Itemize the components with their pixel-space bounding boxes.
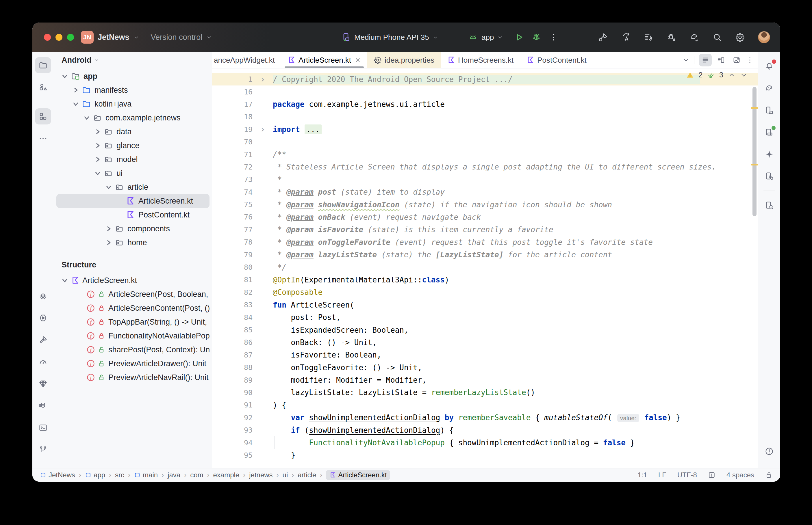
tree-item-glance[interactable]: glance [56, 139, 209, 152]
breadcrumb-item-src[interactable]: src [115, 471, 124, 479]
code-line-89[interactable]: 89 modifier: Modifier = Modifier, [212, 374, 758, 386]
code-line-1[interactable]: 1›/ Copyright 2020 The Android Open Sour… [212, 73, 758, 86]
gradle-icon[interactable] [761, 80, 777, 96]
code-line-83[interactable]: 83fun ArticleScreen( [212, 299, 758, 311]
run-configuration-selector[interactable]: app [482, 33, 494, 42]
chevron-right-icon[interactable] [94, 142, 101, 149]
tree-item-com-example-jetnews[interactable]: com.example.jetnews [56, 111, 209, 125]
more-tool-windows-icon[interactable] [35, 130, 51, 146]
code-line-81[interactable]: 81@OptIn(ExperimentalMaterial3Api::class… [212, 273, 758, 286]
tab-articlescreen-kt[interactable]: ArticleScreen.kt [281, 52, 367, 68]
device-selector[interactable]: Medium Phone API 35 [354, 33, 429, 42]
breadcrumb-item-article[interactable]: article [298, 471, 316, 479]
code-line-76[interactable]: 76 * @param onBack (event) request navig… [212, 211, 758, 223]
user-avatar[interactable] [758, 31, 770, 43]
version-control-icon[interactable] [35, 441, 51, 458]
debug-button[interactable] [531, 32, 541, 42]
tree-item-model[interactable]: model [56, 152, 209, 166]
code-line-16[interactable]: 16 [212, 86, 758, 98]
code-line-19[interactable]: 19›import ... [212, 123, 758, 136]
code-line-95[interactable]: 95 } [212, 449, 758, 462]
more-actions-kebab-icon[interactable] [549, 32, 559, 42]
indent-size[interactable]: 4 spaces [726, 471, 754, 479]
next-problem-chevron-icon[interactable] [740, 71, 748, 79]
breadcrumb-item-java[interactable]: java [167, 471, 180, 479]
chevron-right-icon[interactable] [72, 86, 79, 94]
device-manager-icon[interactable] [761, 124, 777, 140]
chevron-right-icon[interactable] [105, 253, 113, 253]
preview-button[interactable] [730, 54, 743, 66]
vcs-widget[interactable]: Version control [151, 33, 203, 42]
tree-item-components[interactable]: components [56, 222, 209, 236]
code-line-90[interactable]: 90 lazyListState: LazyListState = rememb… [212, 386, 758, 399]
notifications-bell-icon[interactable] [761, 58, 777, 75]
structure-tool-icon[interactable] [35, 108, 51, 124]
close-window-button[interactable] [44, 34, 51, 41]
build-tool-icon[interactable] [35, 332, 51, 348]
code-line-73[interactable]: 73 * [212, 173, 758, 186]
tree-item-home[interactable]: home [56, 236, 209, 250]
scrollbar-warning-mark[interactable] [751, 107, 758, 109]
code-editor[interactable]: 1›/ Copyright 2020 The Android Open Sour… [212, 69, 758, 468]
prev-problem-chevron-icon[interactable] [728, 71, 735, 79]
profiler-icon[interactable] [35, 354, 51, 370]
editor-scrollbar[interactable] [752, 87, 756, 216]
code-line-94[interactable]: 94 FunctionalityNotAvailablePopup { show… [212, 436, 758, 449]
tab-homescreens-kt[interactable]: HomeScreens.kt [441, 52, 520, 68]
code-line-86[interactable]: 86 onBack: () -> Unit, [212, 336, 758, 348]
minimize-window-button[interactable] [56, 34, 62, 41]
split-editor-button[interactable] [714, 54, 727, 66]
run-tool-icon[interactable] [35, 310, 51, 326]
chevron-right-icon[interactable] [94, 128, 101, 135]
fold-chevron-icon[interactable]: › [256, 125, 269, 134]
inspections-widget[interactable]: 2 3 [686, 71, 748, 79]
code-line-75[interactable]: 75 * @param showNavigationIcon (state) i… [212, 198, 758, 211]
build-hammer-icon[interactable] [598, 32, 608, 42]
tree-item-ui[interactable]: ui [56, 166, 209, 180]
structure-file-row[interactable]: ArticleScreen.kt [56, 273, 209, 287]
gradle-sync-icon[interactable] [690, 32, 699, 42]
list-view-button[interactable] [699, 54, 712, 66]
app-inspection-icon[interactable] [35, 376, 51, 392]
chevron-down-icon[interactable] [61, 277, 69, 284]
breadcrumb-item-app[interactable]: app [85, 471, 105, 479]
code-line-84[interactable]: 84 post: Post, [212, 311, 758, 324]
close-icon[interactable] [355, 57, 361, 63]
structure-item[interactable]: fTopAppBar(String, () -> Unit, [56, 315, 209, 329]
structure-item[interactable]: fPreviewArticleNavRail(): Unit [56, 371, 209, 384]
code-line-93[interactable]: 93 if (showUnimplementedActionDialog) { [212, 424, 758, 436]
breadcrumb-item-articlescreen-kt[interactable]: ArticleScreen.kt [326, 470, 390, 480]
chevron-down-icon[interactable] [105, 183, 113, 191]
device-mirroring-icon[interactable] [761, 168, 777, 184]
structure-item[interactable]: fArticleScreenContent(Post, () [56, 301, 209, 315]
code-line-91[interactable]: 91) { [212, 399, 758, 411]
code-line-70[interactable]: 70 [212, 136, 758, 148]
code-line-80[interactable]: 80 */ [212, 261, 758, 273]
code-line-18[interactable]: 18 [212, 110, 758, 123]
breadcrumb-item-jetnews[interactable]: jetnews [249, 471, 272, 479]
tree-item-kotlin-java[interactable]: kotlin+java [56, 97, 209, 111]
device-explorer-icon[interactable] [761, 197, 777, 213]
zoom-window-button[interactable] [67, 34, 74, 41]
tree-item-manifests[interactable]: manifests [56, 83, 209, 97]
breadcrumb-item-example[interactable]: example [213, 471, 239, 479]
tree-item-postcontent-kt[interactable]: PostContent.kt [56, 208, 209, 222]
code-line-88[interactable]: 88 onToggleFavorite: () -> Unit, [212, 361, 758, 374]
code-line-71[interactable]: 71/** [212, 148, 758, 161]
inspections-widget-icon[interactable] [708, 471, 715, 479]
code-line-74[interactable]: 74 * @param post (state) item to display [212, 186, 758, 198]
code-line-78[interactable]: 78 * @param onToggleFavorite (event) req… [212, 236, 758, 248]
app-quality-insights-icon[interactable] [35, 288, 51, 304]
chevron-right-icon[interactable] [94, 156, 101, 163]
tree-item-app[interactable]: app [56, 69, 209, 83]
tree-item-data[interactable]: data [56, 125, 209, 139]
editor-options-kebab-icon[interactable] [746, 56, 754, 64]
search-everywhere-icon[interactable] [712, 32, 722, 42]
code-line-92[interactable]: 92 var showUnimplementedActionDialog by … [212, 411, 758, 424]
code-line-85[interactable]: 85 isExpandedScreen: Boolean, [212, 324, 758, 336]
tabs-dropdown-chevron-icon[interactable] [682, 57, 690, 63]
caret-position[interactable]: 1:1 [638, 471, 647, 479]
code-line-17[interactable]: 17package com.example.jetnews.ui.article [212, 98, 758, 110]
breadcrumb-item-com[interactable]: com [190, 471, 203, 479]
file-encoding[interactable]: UTF-8 [677, 471, 697, 479]
